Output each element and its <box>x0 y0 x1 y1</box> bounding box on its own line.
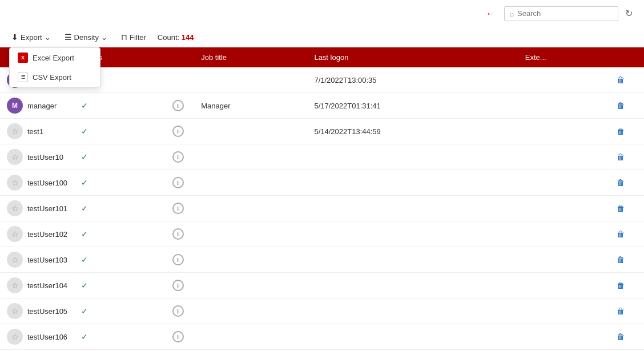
extension-cell <box>518 170 610 196</box>
extension-cell <box>518 247 610 273</box>
excel-export-item[interactable]: X Excel Export <box>10 48 100 67</box>
user-name: testUser104 <box>27 281 67 290</box>
delete-icon[interactable]: 🗑 <box>617 332 625 341</box>
avatar-cell: ☆test1 <box>0 119 74 144</box>
extension-cell <box>518 196 610 221</box>
delete-icon[interactable]: 🗑 <box>617 255 625 264</box>
job-title-cell <box>194 119 307 144</box>
search-input[interactable] <box>517 9 613 18</box>
avatar-cell: ☆testUser10 <box>0 144 74 170</box>
csv-export-item[interactable]: ☰ CSV Export <box>10 67 100 87</box>
user-name: testUser10 <box>27 153 63 162</box>
top-bar: ← ⌕ ↻ <box>0 0 644 27</box>
last-logon-cell <box>307 221 518 247</box>
delete-icon[interactable]: 🗑 <box>617 127 625 136</box>
avatar-cell: Mmanager <box>0 93 74 119</box>
job-title-cell: Manager <box>194 93 307 119</box>
count-label: Count: 144 <box>158 33 194 42</box>
avatar-cell: ☆testUser104 <box>0 273 74 298</box>
delete-icon[interactable]: 🗑 <box>617 178 625 187</box>
pause-icon: ⏸ <box>172 280 184 291</box>
last-logon-cell <box>307 170 518 196</box>
data-table-container: Status Job title Last logon Exte... MAmi… <box>0 47 644 351</box>
avatar: ☆ <box>7 303 23 319</box>
delete-icon[interactable]: 🗑 <box>617 229 625 239</box>
check-icon: ✓ <box>81 152 88 162</box>
delete-icon[interactable]: 🗑 <box>617 204 625 213</box>
user-name: testUser103 <box>27 256 67 264</box>
delete-icon[interactable]: 🗑 <box>617 101 625 110</box>
density-button[interactable]: ☰ Density ⌄ <box>62 31 110 43</box>
last-logon-cell: 5/17/2022T01:31:41 <box>307 93 518 119</box>
avatar-cell: ☆testUser106 <box>0 324 74 350</box>
delete-cell: 🗑 <box>610 93 644 119</box>
table-row: ☆testUser103✓⏸🗑 <box>0 247 644 273</box>
col-job-title[interactable]: Job title <box>194 47 307 67</box>
avatar: M <box>7 98 23 114</box>
last-logon-cell: 7/1/2022T13:00:35 <box>307 67 518 93</box>
filter-label: Filter <box>130 33 146 42</box>
extension-cell <box>518 273 610 298</box>
user-name: test1 <box>27 127 43 136</box>
check-icon: ✓ <box>81 229 88 239</box>
status-cell: ✓ <box>74 119 166 144</box>
avatar-cell: ☆testUser102 <box>0 221 74 247</box>
job-title-cell <box>194 221 307 247</box>
status-cell: ✓ <box>74 170 166 196</box>
status-cell: ✓ <box>74 144 166 170</box>
status-cell: ✓ <box>74 221 166 247</box>
export-button[interactable]: ⬇ Export ⌄ <box>9 31 53 43</box>
csv-export-label: CSV Export <box>33 73 71 82</box>
avatar-cell: ☆testUser105 <box>0 298 74 324</box>
last-logon-cell <box>307 247 518 273</box>
refresh-button[interactable]: ↻ <box>623 6 635 21</box>
delete-icon[interactable]: 🗑 <box>617 152 625 162</box>
job-title-cell <box>194 298 307 324</box>
user-name: testUser101 <box>27 204 67 213</box>
extension-cell <box>518 93 610 119</box>
avatar: ☆ <box>7 149 23 165</box>
job-title-cell <box>194 67 307 93</box>
paused-cell: ⏸ <box>166 170 194 196</box>
last-logon-cell <box>307 324 518 350</box>
status-cell: ✓ <box>74 298 166 324</box>
paused-cell: ⏸ <box>166 221 194 247</box>
paused-cell <box>166 67 194 93</box>
delete-icon[interactable]: 🗑 <box>617 75 625 84</box>
density-label: Density <box>74 33 99 42</box>
user-name: testUser102 <box>27 230 67 239</box>
delete-cell: 🗑 <box>610 324 644 350</box>
pause-icon: ⏸ <box>172 203 184 214</box>
delete-cell: 🗑 <box>610 67 644 93</box>
last-logon-cell <box>307 298 518 324</box>
export-chevron-icon: ⌄ <box>45 33 51 42</box>
col-extension[interactable]: Exte... <box>518 47 610 67</box>
check-icon: ✓ <box>81 306 88 316</box>
job-title-cell <box>194 144 307 170</box>
delete-cell: 🗑 <box>610 273 644 298</box>
check-icon: ✓ <box>81 332 88 341</box>
paused-cell: ⏸ <box>166 93 194 119</box>
delete-icon[interactable]: 🗑 <box>617 281 625 290</box>
delete-cell: 🗑 <box>610 221 644 247</box>
filter-button[interactable]: ⊓ Filter <box>119 31 148 43</box>
delete-cell: 🗑 <box>610 247 644 273</box>
search-box: ⌕ <box>504 6 618 21</box>
check-icon: ✓ <box>81 178 88 187</box>
count-value: 144 <box>182 33 194 42</box>
extension-cell <box>518 324 610 350</box>
status-cell: ✓ <box>74 247 166 273</box>
job-title-cell <box>194 273 307 298</box>
avatar: ☆ <box>7 329 23 345</box>
table-row: ☆testUser104✓⏸🗑 <box>0 273 644 298</box>
delete-icon[interactable]: 🗑 <box>617 306 625 316</box>
avatar-cell: ☆testUser103 <box>0 247 74 273</box>
pause-icon: ⏸ <box>172 254 184 265</box>
back-button[interactable]: ← <box>481 6 500 21</box>
export-dropdown: X Excel Export ☰ CSV Export <box>9 47 100 87</box>
last-logon-cell <box>307 273 518 298</box>
search-icon: ⌕ <box>509 9 514 18</box>
col-last-logon[interactable]: Last logon <box>307 47 518 67</box>
avatar-cell: ☆testUser101 <box>0 196 74 221</box>
job-title-cell <box>194 324 307 350</box>
